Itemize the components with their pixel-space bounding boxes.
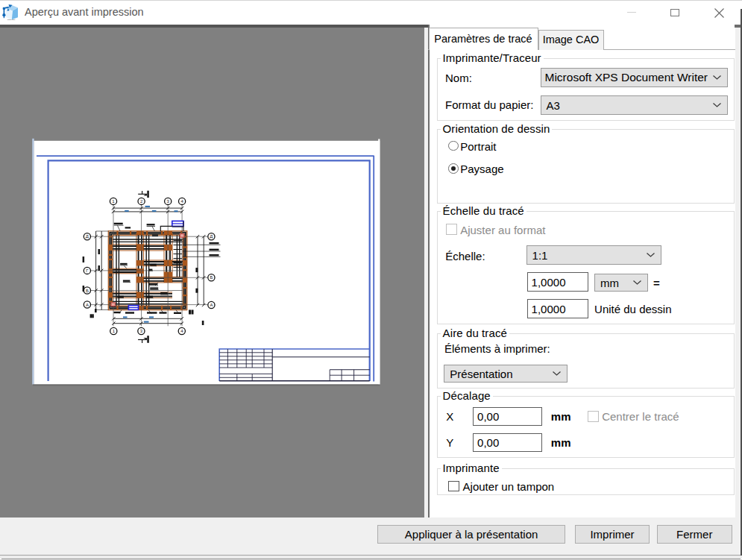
- svg-text:Б: Б: [86, 289, 89, 293]
- svg-text:А: А: [86, 303, 89, 307]
- svg-text:Д: Д: [86, 234, 89, 239]
- svg-text:А: А: [210, 303, 213, 307]
- svg-text:Б: Б: [210, 275, 213, 280]
- svg-text:Д: Д: [210, 234, 213, 239]
